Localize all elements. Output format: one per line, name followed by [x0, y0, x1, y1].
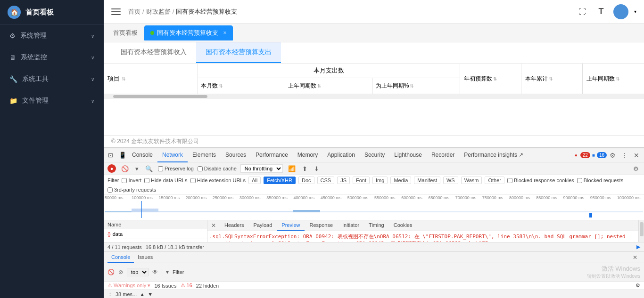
console-scroll-down[interactable]: ▼	[148, 291, 153, 297]
blocked-cookies-checkbox[interactable]: Blocked response cookies	[507, 177, 574, 183]
detail-close-button[interactable]: ✕	[207, 221, 220, 230]
request-item-1[interactable]: {} data	[104, 229, 207, 239]
detail-tab-initiator[interactable]: Initiator	[338, 220, 364, 231]
type-all-btn[interactable]: All	[248, 177, 261, 184]
dt-tab-performance[interactable]: Performance	[251, 148, 293, 162]
invert-checkbox[interactable]: Invert	[122, 177, 141, 183]
devtools-close-icon[interactable]: ✕	[631, 152, 642, 159]
type-media-btn[interactable]: Media	[390, 177, 411, 184]
dt-tab-sources[interactable]: Sources	[221, 148, 251, 162]
settings-icon[interactable]: ⚙	[632, 165, 640, 172]
dt-tab-memory[interactable]: Memory	[293, 148, 322, 162]
type-css-btn[interactable]: CSS	[317, 177, 335, 184]
type-ws-btn[interactable]: WS	[443, 177, 458, 184]
console-settings-icon[interactable]: ⚙	[636, 282, 640, 289]
disable-cache-input[interactable]	[198, 166, 203, 171]
filter-icon[interactable]: ▾	[166, 269, 169, 275]
upload-icon[interactable]: ⬆	[301, 165, 309, 172]
console-context-select[interactable]: top	[127, 268, 149, 276]
filter-icon[interactable]: ▾	[134, 165, 140, 172]
type-other-btn[interactable]: Other	[485, 177, 504, 184]
sidebar-item-system-mgmt[interactable]: ⚙ 系统管理 ∨	[0, 25, 104, 47]
network-status-bar: 4 / 11 requests 16.8 kB / 18.1 kB transf…	[104, 242, 644, 251]
devtools-inspect-icon[interactable]: ⊡	[106, 151, 115, 160]
type-js-btn[interactable]: JS	[337, 177, 350, 184]
watermark-line1: 激活 Windows	[587, 265, 640, 273]
dt-tab-console[interactable]: Console	[127, 148, 157, 162]
sidebar-item-file-mgmt[interactable]: 📁 文件管理 ∨	[0, 90, 104, 112]
tab-income[interactable]: 国有资本经营预算收入	[111, 42, 196, 63]
hidden-count: 22 hidden	[196, 283, 219, 289]
devtools-device-icon[interactable]: 📱	[118, 151, 127, 160]
scrollbar-thumb-vertical[interactable]	[640, 222, 644, 236]
third-party-input[interactable]	[107, 187, 113, 193]
detail-tab-headers[interactable]: Headers	[220, 220, 249, 231]
console-clear-icon[interactable]: 🚫	[107, 269, 115, 275]
hide-ext-urls-checkbox[interactable]: Hide extension URLs	[190, 177, 246, 183]
sidebar-item-system-tools[interactable]: 🔧 系统工具 ∨	[0, 68, 104, 90]
console-scroll-up[interactable]: ▲	[140, 291, 145, 297]
detail-tab-cookies[interactable]: Cookies	[389, 220, 417, 231]
search-icon[interactable]: 🔍	[144, 165, 154, 172]
console-tab-issues[interactable]: Issues	[134, 252, 157, 263]
dt-tab-elements[interactable]: Elements	[188, 148, 221, 162]
invert-input[interactable]	[122, 178, 127, 183]
tab-close-button[interactable]: ✕	[223, 30, 227, 35]
sidebar: 🏠 首页看板 ⚙ 系统管理 ∨ 🖥 系统监控 ∨ 🔧 系统工具 ∨	[0, 0, 104, 298]
console-close-icon[interactable]: ✕	[630, 254, 640, 261]
tab-home[interactable]: 首页看板	[107, 25, 143, 40]
tl-bar-2	[158, 211, 293, 212]
third-party-checkbox[interactable]: 3rd-party requests	[107, 187, 156, 193]
type-font-btn[interactable]: Font	[353, 177, 370, 184]
hide-ext-urls-input[interactable]	[190, 178, 196, 183]
console-block-icon[interactable]: ⊘	[118, 269, 123, 275]
horizontal-scrollbar[interactable]	[104, 94, 644, 99]
scroll-right-button[interactable]: ▶	[636, 244, 640, 250]
clear-button[interactable]: 🚫	[120, 165, 130, 172]
preserve-log-input[interactable]	[158, 166, 163, 171]
hide-data-urls-input[interactable]	[144, 178, 149, 183]
detail-tab-response[interactable]: Response	[305, 220, 338, 231]
dt-tab-perf-insights[interactable]: Performance insights ↗	[459, 148, 528, 162]
preserve-log-checkbox[interactable]: Preserve log	[158, 166, 194, 171]
type-img-btn[interactable]: Img	[372, 177, 388, 184]
hide-data-urls-checkbox[interactable]: Hide data URLs	[144, 177, 188, 183]
breadcrumb-fiscal[interactable]: 财政监督	[146, 8, 171, 16]
console-eye-icon[interactable]: 👁	[152, 269, 158, 275]
error-count-badge: 22	[580, 152, 590, 158]
sidebar-item-system-monitor[interactable]: 🖥 系统监控 ∨	[0, 47, 104, 68]
avatar[interactable]	[613, 4, 628, 19]
dt-tab-application[interactable]: Application	[322, 148, 360, 162]
devtools-settings-icon[interactable]: ⚙	[607, 152, 619, 159]
type-fetch-xhr-btn[interactable]: Fetch/XHR	[264, 177, 296, 184]
detail-tab-preview[interactable]: Preview	[277, 220, 305, 231]
dt-tab-recorder[interactable]: Recorder	[427, 148, 459, 162]
console-menu-icon[interactable]: ⋮	[107, 291, 113, 297]
dt-tab-security[interactable]: Security	[360, 148, 389, 162]
scrollbar-thumb[interactable]	[113, 95, 207, 98]
type-wasm-btn[interactable]: Wasm	[461, 177, 482, 184]
type-doc-btn[interactable]: Doc	[298, 177, 314, 184]
hamburger-icon[interactable]	[111, 8, 121, 15]
breadcrumb-home[interactable]: 首页	[128, 8, 140, 16]
console-tab-console[interactable]: Console	[107, 252, 134, 263]
record-button[interactable]: ●	[107, 164, 116, 173]
font-size-button[interactable]: T	[594, 5, 608, 18]
disable-cache-checkbox[interactable]: Disable cache	[198, 166, 237, 171]
detail-tab-payload[interactable]: Payload	[249, 220, 277, 231]
detail-tab-timing[interactable]: Timing	[364, 220, 389, 231]
dt-tab-network[interactable]: Network	[157, 148, 188, 162]
type-manifest-btn[interactable]: Manifest	[414, 177, 440, 184]
dt-tab-lighthouse[interactable]: Lighthouse	[389, 148, 427, 162]
devtools-more-icon[interactable]: ⋮	[619, 152, 631, 159]
download-icon[interactable]: ⬇	[313, 165, 321, 172]
tab-expense[interactable]: 国有资本经营预算支出	[196, 42, 281, 63]
fullscreen-button[interactable]: ⛶	[576, 5, 589, 18]
vertical-scrollbar[interactable]	[638, 220, 644, 242]
tab-active[interactable]: 国有资本经营预算收支 ✕	[144, 25, 233, 40]
blocked-requests-checkbox[interactable]: Blocked requests	[577, 177, 623, 183]
request-list-header: Name	[104, 220, 207, 229]
throttling-select[interactable]: No throttling	[240, 164, 283, 173]
blocked-requests-input[interactable]	[577, 178, 582, 183]
blocked-cookies-input[interactable]	[507, 178, 512, 183]
